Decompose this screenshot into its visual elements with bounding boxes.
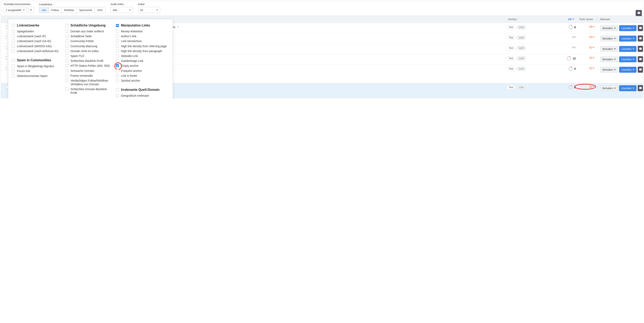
option-checkbox[interactable] xyxy=(66,44,68,48)
filter-option[interactable]: Link in footer xyxy=(116,73,169,78)
comment-button[interactable]: 💬 xyxy=(638,25,643,31)
filter-option[interactable]: Sitewide-Link xyxy=(116,53,169,58)
option-checkbox[interactable] xyxy=(116,69,119,72)
comment-button[interactable]: 💬 xyxy=(638,85,643,91)
row-checkbox[interactable] xyxy=(5,85,8,88)
filter-option[interactable]: Frequent anchor xyxy=(116,68,169,73)
row-checkbox[interactable] xyxy=(5,46,8,49)
row-checkbox[interactable] xyxy=(5,25,8,28)
delete-button[interactable]: Löschen xyxy=(619,67,636,73)
toxicity-dropdown[interactable]: 1 ausgewählt xyxy=(4,7,27,13)
option-checkbox[interactable] xyxy=(66,74,68,77)
delete-button[interactable]: Löschen xyxy=(619,46,636,52)
option-checkbox[interactable] xyxy=(66,30,68,33)
filter-option[interactable]: Empty anchor xyxy=(116,63,169,68)
anker-dropdown[interactable]: All xyxy=(138,7,160,13)
filter-option[interactable]: Verdächtiges Follow/Nofollow-Verhältnis … xyxy=(66,78,112,87)
filter-option[interactable]: Irrelevantes Domain-Thema xyxy=(116,98,169,99)
filter-option[interactable]: Community-Fehler xyxy=(66,39,112,43)
filter-option[interactable]: High link density from paragraph xyxy=(116,49,169,53)
option-checkbox[interactable] xyxy=(116,64,119,67)
filter-option[interactable]: Money-Ankertext xyxy=(116,29,169,34)
filter-option[interactable]: Frame verwendet xyxy=(66,73,112,78)
clear-toxicity-button[interactable]: ✕ xyxy=(28,7,34,13)
keep-button[interactable]: Behalten xyxy=(600,56,618,62)
col-as-header[interactable]: AS xyxy=(560,16,576,23)
option-checkbox[interactable] xyxy=(116,79,119,82)
delete-button[interactable]: Löschen xyxy=(619,36,636,41)
keep-button[interactable]: Behalten xyxy=(600,36,618,41)
filter-option[interactable]: HTTP-Status-Fehler (400, 500) xyxy=(66,63,112,68)
linkattr-alle[interactable]: Alle xyxy=(39,7,49,13)
option-checkbox[interactable] xyxy=(116,30,119,33)
toxic-score[interactable]: 62 xyxy=(576,56,594,59)
option-checkbox[interactable] xyxy=(66,79,68,82)
comment-button[interactable]: 💬 xyxy=(638,66,643,73)
option-checkbox[interactable] xyxy=(116,44,119,48)
option-checkbox[interactable] xyxy=(12,69,15,72)
group-checkbox[interactable] xyxy=(12,59,15,62)
group-checkbox[interactable] xyxy=(116,88,119,91)
filter-option[interactable]: Linknetzwerk (nach IP) xyxy=(12,34,62,39)
linkattr-follow[interactable]: Follow xyxy=(49,7,62,13)
filter-option[interactable]: Linknetzwerk (nach AdSense-ID) xyxy=(12,49,62,53)
group-checkbox[interactable] xyxy=(66,24,68,27)
option-checkbox[interactable] xyxy=(116,39,119,42)
delete-button[interactable]: Löschen xyxy=(619,56,636,62)
linkattr-sponsored[interactable]: Sponsored xyxy=(77,7,95,13)
audit-dropdown[interactable]: Alle xyxy=(110,7,133,13)
comment-button[interactable]: 💬 xyxy=(638,35,643,41)
option-checkbox[interactable] xyxy=(116,94,119,97)
row-checkbox[interactable] xyxy=(5,36,8,39)
linkattr-nofollow[interactable]: Nofollow xyxy=(62,7,77,13)
option-checkbox[interactable] xyxy=(66,54,68,57)
filter-option[interactable]: Schlechtes Backlink-Profil xyxy=(66,58,112,63)
filter-option[interactable]: Domain aus Index entfernt xyxy=(66,29,112,34)
filter-option[interactable]: Spam in Blogbeitrag-Signatur xyxy=(12,64,62,69)
filter-option[interactable]: Forum link xyxy=(12,69,62,73)
toxic-score[interactable]: 65 xyxy=(576,25,594,28)
keep-button[interactable]: Behalten xyxy=(600,67,618,73)
option-checkbox[interactable] xyxy=(66,87,68,91)
filter-option[interactable]: Geografisch irrelevant xyxy=(116,93,169,98)
option-checkbox[interactable] xyxy=(12,44,15,48)
filter-option[interactable]: Schlechtes Domain-Backlink-Profil xyxy=(66,87,112,95)
option-checkbox[interactable] xyxy=(116,35,119,38)
filter-option[interactable]: Gastbeitrags-Link xyxy=(116,58,169,63)
option-checkbox[interactable] xyxy=(116,74,119,77)
group-checkbox[interactable] xyxy=(116,24,119,27)
filter-option[interactable]: Schwache Domain xyxy=(66,68,112,73)
row-checkbox[interactable] xyxy=(5,56,8,59)
option-checkbox[interactable] xyxy=(12,49,15,52)
filter-option[interactable]: Link-Verzeichnis xyxy=(116,39,169,43)
option-checkbox[interactable] xyxy=(12,39,15,42)
option-checkbox[interactable] xyxy=(12,74,15,77)
row-checkbox[interactable] xyxy=(5,67,8,70)
feedback-button[interactable]: 💬 xyxy=(636,10,642,16)
filter-option[interactable]: Symbol anchor xyxy=(116,78,169,83)
option-checkbox[interactable] xyxy=(66,39,68,42)
keep-button[interactable]: Behalten xyxy=(600,46,618,52)
option-checkbox[interactable] xyxy=(66,69,68,72)
toxic-score[interactable]: 62 xyxy=(576,66,594,70)
filter-option[interactable]: Seitenkommentar-Spam xyxy=(12,73,62,78)
toxic-score[interactable]: 63 xyxy=(576,35,594,39)
option-checkbox[interactable] xyxy=(66,35,68,38)
delete-button[interactable]: Löschen xyxy=(619,25,636,31)
comment-button[interactable]: 💬 xyxy=(638,46,643,52)
option-checkbox[interactable] xyxy=(116,59,119,62)
keep-button[interactable]: Behalten xyxy=(600,85,618,91)
option-checkbox[interactable] xyxy=(116,49,119,52)
filter-option[interactable]: Domain nicht im Index xyxy=(66,49,112,53)
filter-option[interactable]: Community-Warnung xyxy=(66,44,112,49)
option-checkbox[interactable] xyxy=(116,54,119,57)
filter-option[interactable]: High link density from referring page xyxy=(116,44,169,49)
filter-option[interactable]: Author's link xyxy=(116,34,169,39)
option-checkbox[interactable] xyxy=(12,30,15,33)
filter-option[interactable]: Linknetzwerk (WHOIS-Info) xyxy=(12,44,62,49)
option-checkbox[interactable] xyxy=(66,64,68,67)
option-checkbox[interactable] xyxy=(66,59,68,62)
group-checkbox[interactable] xyxy=(12,24,15,27)
keep-button[interactable]: Behalten xyxy=(600,25,618,31)
filter-option[interactable]: Schädliche Seite xyxy=(66,34,112,39)
